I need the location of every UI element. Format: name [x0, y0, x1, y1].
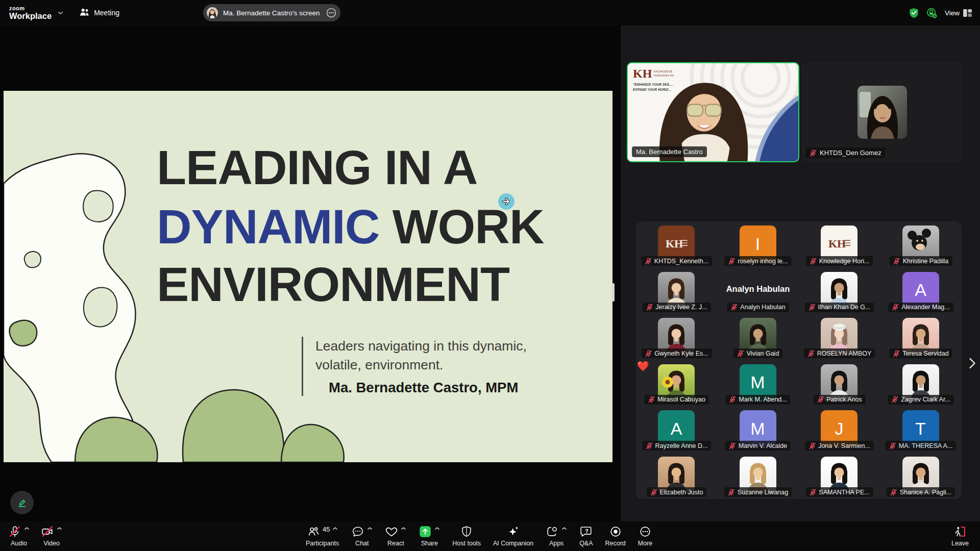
chevron-up-icon[interactable]	[367, 530, 373, 534]
participant-tile[interactable]: AAlexander Mag...	[880, 268, 962, 314]
participant-name-label: Vivian Gaid	[733, 348, 783, 358]
encryption-icon[interactable]	[926, 8, 937, 18]
participant-tile[interactable]: Teresa Servidad	[880, 314, 962, 360]
people-icon	[80, 8, 89, 18]
mic-muted-icon	[646, 442, 653, 449]
mic-muted-icon	[891, 396, 898, 403]
chevron-up-icon[interactable]	[561, 530, 567, 534]
toolbar-leave-label: Leave	[951, 540, 969, 547]
chevron-down-icon[interactable]	[58, 11, 63, 15]
pencil-icon	[16, 496, 28, 509]
participant-name-label: Ilhan Khan De G...	[805, 303, 874, 312]
toolbar-react-label: React	[387, 540, 404, 547]
participant-tile[interactable]: TMA. THERESA A...	[880, 406, 962, 452]
chat-icon	[351, 525, 364, 538]
participants-grid: KHKHTDS_Kenneth...Iroselyn inhog le...KH…	[636, 221, 962, 499]
mic-muted-icon	[737, 350, 744, 357]
chevron-up-icon[interactable]	[24, 530, 30, 534]
participant-name-label: Mark M. Abend...	[725, 395, 790, 405]
kh-logo-text: KH	[633, 67, 652, 80]
chevron-up-icon[interactable]	[434, 530, 440, 534]
next-page-button[interactable]	[965, 351, 980, 375]
participant-tile[interactable]: Suzanne Liwanag	[718, 453, 799, 498]
shared-screen-stage: LEADING IN A DYNAMIC WORK ENVIRONMENT Le…	[0, 26, 621, 521]
participant-tile[interactable]: JJona V. Sarmien...	[799, 406, 880, 452]
participant-name-label: roselyn inhog le...	[725, 256, 792, 266]
slide-subtitle-line2: volatile, environment.	[315, 356, 527, 374]
leave-icon	[953, 525, 967, 538]
view-button[interactable]: View	[945, 9, 972, 17]
participant-name-label: SAMANTHA PE...	[805, 487, 873, 497]
participant-tile[interactable]: Shanice A. Pagli...	[880, 453, 962, 498]
toolbar-audio-button[interactable]: Audio	[7, 521, 31, 547]
participant-tile[interactable]: Vivian Gaid	[718, 314, 799, 360]
participant-name-label: Shanice A. Pagli...	[887, 487, 955, 497]
toolbar-qa-button[interactable]: ?Q&A	[578, 521, 594, 547]
participant-tile[interactable]: Gwyneth Kyle Es...	[636, 314, 717, 360]
participant-tile[interactable]: Iroselyn inhog le...	[718, 221, 799, 267]
mic-muted-icon	[730, 304, 738, 311]
participant-name-label: Knowledge Hori...	[806, 256, 873, 266]
participant-tile[interactable]: ❤️Mirasol Cabuyao	[636, 360, 717, 406]
toolbar-chat-button[interactable]: Chat	[350, 521, 374, 547]
participant-tile[interactable]: SAMANTHA PE...	[799, 453, 880, 498]
participant-tile[interactable]: ROSELYN AMBOY	[799, 314, 880, 360]
mic-muted-icon	[645, 258, 652, 265]
mic-muted-icon	[650, 489, 657, 496]
mic-muted-icon	[729, 396, 736, 403]
participant-name-label: Elizabeth Justo	[647, 487, 707, 497]
security-shield-icon[interactable]	[909, 8, 919, 18]
toolbar-apps-button[interactable]: Apps	[545, 521, 568, 547]
participant-name-label: Suzanne Liwanag	[724, 487, 792, 497]
participant-tile[interactable]: KHKnowledge Hori...	[799, 221, 880, 267]
toolbar-react-button[interactable]: React	[384, 521, 407, 547]
record-icon	[609, 525, 622, 538]
participant-tile[interactable]: MMarvin V. Alcalde	[718, 406, 799, 452]
toolbar-ai-companion-label: AI Companion	[493, 540, 533, 547]
participant-tile[interactable]: Elizabeth Justo	[636, 453, 717, 498]
toolbar-record-button[interactable]: Record	[604, 521, 627, 547]
slide-title-line1: LEADING IN A	[157, 143, 477, 192]
participant-tile[interactable]: Zagrev Clark Ar...	[880, 360, 962, 406]
participant-tile[interactable]: Patrick Anos	[799, 360, 880, 406]
toolbar-leave-button[interactable]: Leave	[950, 521, 970, 547]
tab-meeting[interactable]: Meeting	[80, 8, 119, 18]
toolbar-video-label: Video	[43, 540, 60, 547]
toolbar-share-button[interactable]: Share	[418, 521, 441, 547]
svg-text:KH: KH	[666, 237, 683, 250]
chevron-up-icon[interactable]	[401, 530, 406, 534]
more-options-icon[interactable]	[326, 7, 337, 18]
mic-muted-icon	[808, 442, 816, 449]
participant-tile[interactable]: Jeraizy Ivee Z. J...	[636, 268, 717, 314]
panel-resize-handle[interactable]	[612, 283, 615, 302]
chevron-up-icon[interactable]	[57, 530, 62, 534]
toolbar-ai-companion-button[interactable]: AI Companion	[492, 521, 534, 547]
toolbar-participants-button[interactable]: 45Participants	[305, 521, 340, 547]
toolbar-video-button[interactable]: Video	[40, 521, 63, 547]
video-tile-active-speaker[interactable]: KH KNOWLEDGE HORIZONS PH “ENHANCE YOUR S…	[627, 62, 799, 162]
toolbar-more-button[interactable]: More	[637, 521, 653, 547]
apps-icon	[546, 525, 559, 538]
shared-screen-tab[interactable]: Ma. Bernadette Castro's screen	[203, 4, 340, 21]
chevron-up-icon[interactable]	[332, 530, 338, 534]
view-grid-icon	[963, 9, 972, 17]
brand-workplace: Workplace	[9, 12, 52, 20]
toolbar-audio-label: Audio	[11, 540, 27, 547]
toolbar-record-label: Record	[605, 540, 626, 547]
video-muted-icon	[41, 525, 54, 538]
shared-screen-tab-label: Ma. Bernadette Castro's screen	[223, 9, 320, 17]
slide-title-line2-rest: WORK	[379, 199, 544, 254]
participant-tile[interactable]: ARayzelle Anne D...	[636, 406, 717, 452]
participant-tile[interactable]: Analyn HabulanAnalyn Habulan	[718, 268, 799, 314]
participant-tile[interactable]: Ilhan Khan De G...	[799, 268, 880, 314]
zoom-top-bar: zoom Workplace Meeting Ma. Bernadette Ca…	[0, 0, 980, 26]
participant-tile[interactable]: KHKHTDS_Kenneth...	[636, 221, 717, 267]
participant-name-label: ROSELYN AMBOY	[804, 348, 875, 358]
annotate-button[interactable]	[10, 491, 34, 514]
video-tile-cohost[interactable]: KHTDS_Den Gomez	[801, 62, 963, 162]
participant-tile[interactable]: MMark M. Abend...	[718, 360, 799, 406]
participant-tile[interactable]: Khristine Padilla	[880, 221, 962, 267]
toolbar-host-tools-button[interactable]: Host tools	[451, 521, 482, 547]
toolbar-more-label: More	[638, 540, 652, 547]
participant-name-label: Mirasol Cabuyao	[644, 395, 709, 405]
